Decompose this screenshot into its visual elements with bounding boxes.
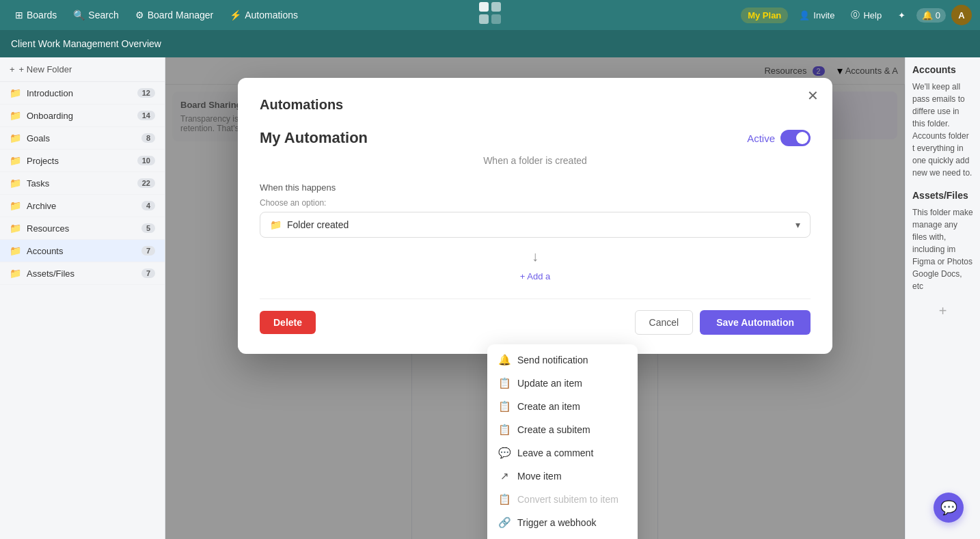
nav-automations[interactable]: ⚡ Automations (223, 6, 305, 24)
sidebar-item-label: Resources (27, 223, 141, 234)
sidebar-item-label: Introduction (27, 88, 137, 98)
boards-label: Boards (27, 10, 57, 20)
arrow-down-icon: ↓ (532, 249, 539, 264)
sidebar-item-badge: 22 (137, 178, 155, 188)
sidebar-item-tasks[interactable]: 📁 Tasks 22 (0, 172, 165, 195)
automations-icon: ⚡ (230, 10, 241, 20)
board-manager-label: Board Manager (148, 10, 214, 20)
menu-item-trigger-webhook[interactable]: 🔗 Trigger a webhook (487, 511, 638, 534)
bell-icon: 🔔 (498, 354, 511, 366)
nav-boards[interactable]: ⊞ Boards (8, 6, 64, 24)
nav-left: ⊞ Boards 🔍 Search ⚙ Board Manager ⚡ Auto… (8, 6, 305, 24)
invite-label: Invite (813, 10, 834, 20)
menu-item-create-item[interactable]: 📋 Create an item (487, 395, 638, 418)
sidebar-item-archive[interactable]: 📁 Archive 4 (0, 195, 165, 217)
nav-board-manager[interactable]: ⚙ Board Manager (128, 6, 221, 24)
sidebar-item-assets-files[interactable]: 📁 Assets/Files 7 (0, 262, 165, 285)
menu-item-create-folder[interactable]: 📁 Create a folder (487, 534, 638, 539)
comment-icon: 💬 (498, 447, 511, 459)
automation-header: My Automation Active (260, 129, 811, 147)
footer-right: Cancel Save Automation (635, 310, 811, 335)
automations-modal: ✕ Automations My Automation Active When … (238, 78, 832, 354)
modal-overlay: ✕ Automations My Automation Active When … (165, 57, 905, 539)
modal-footer: Delete Cancel Save Automation (260, 299, 811, 335)
sidebar-item-badge: 5 (141, 223, 155, 233)
sidebar-item-badge: 14 (137, 111, 155, 120)
settings-button[interactable]: ✦ (893, 8, 911, 23)
new-folder-button[interactable]: + + New Folder (0, 57, 165, 82)
trigger-dropdown-left: 📁 Folder created (270, 219, 349, 230)
add-right-btn[interactable]: + (912, 303, 973, 319)
sidebar-item-badge: 12 (137, 88, 155, 98)
menu-item-send-notification[interactable]: 🔔 Send notification (487, 348, 638, 372)
arrow-down-container: ↓ (260, 249, 811, 264)
help-button[interactable]: ⓪ Help (845, 6, 887, 24)
nav-search[interactable]: 🔍 Search (66, 6, 125, 24)
sidebar-item-goals[interactable]: 📁 Goals 8 (0, 127, 165, 150)
svg-rect-1 (491, 2, 501, 12)
modal-close-button[interactable]: ✕ (807, 89, 819, 102)
sidebar-item-label: Tasks (27, 178, 137, 189)
active-toggle: Active (747, 130, 811, 146)
my-plan-button[interactable]: My Plan (741, 8, 788, 23)
trigger-dropdown[interactable]: 📁 Folder created ▾ (260, 212, 811, 238)
convert-icon: 📋 (498, 493, 511, 506)
user-avatar[interactable]: A (951, 5, 972, 25)
sidebar-item-label: Goals (27, 133, 141, 143)
chat-bubble-button[interactable]: 💬 (934, 493, 964, 523)
dropdown-arrow-icon: ▾ (795, 219, 800, 230)
menu-item-label: Create a subitem (517, 424, 590, 435)
folder-icon: 📁 (10, 178, 21, 189)
menu-item-create-subitem[interactable]: 📋 Create a subitem (487, 418, 638, 441)
sidebar-item-badge: 4 (141, 201, 155, 210)
menu-item-convert-subitem: 📋 Convert subitem to item (487, 488, 638, 511)
folder-icon: 📁 (10, 245, 21, 256)
invite-button[interactable]: 👤 Invite (793, 8, 840, 23)
chat-icon: 💬 (940, 499, 957, 516)
delete-button[interactable]: Delete (260, 311, 316, 334)
menu-item-label: Trigger a webhook (517, 517, 596, 528)
folder-icon: 📁 (10, 87, 21, 98)
new-folder-icon: + (10, 64, 15, 74)
menu-item-update-item[interactable]: 📋 Update an item (487, 372, 638, 395)
board-manager-icon: ⚙ (135, 10, 144, 20)
right-accounts-title: Accounts (912, 64, 973, 75)
update-icon: 📋 (498, 377, 511, 389)
menu-item-label: Update an item (517, 378, 582, 389)
right-panel: Accounts We'll keep all pass emails to d… (905, 57, 980, 539)
help-icon: ⓪ (851, 9, 860, 21)
sidebar-item-badge: 7 (141, 246, 155, 255)
svg-rect-0 (479, 2, 489, 12)
menu-item-leave-comment[interactable]: 💬 Leave a comment (487, 441, 638, 465)
toggle-knob (796, 132, 808, 144)
sidebar-item-accounts[interactable]: 📁 Accounts 7 (0, 240, 165, 262)
sidebar-item-label: Archive (27, 201, 141, 211)
cancel-button[interactable]: Cancel (635, 310, 694, 335)
search-icon: 🔍 (73, 10, 85, 20)
toggle-switch[interactable] (780, 130, 811, 146)
menu-item-label: Convert subitem to item (517, 494, 618, 505)
sidebar-item-projects[interactable]: 📁 Projects 10 (0, 150, 165, 172)
add-action-button[interactable]: + Add a (520, 268, 550, 284)
folder-icon: 📁 (10, 110, 21, 121)
sidebar-item-label: Assets/Files (27, 268, 141, 279)
sidebar-item-resources[interactable]: 📁 Resources 5 (0, 217, 165, 240)
modal-title: Automations (260, 97, 811, 113)
menu-item-move-item[interactable]: ↗ Move item (487, 465, 638, 488)
sidebar-item-onboarding[interactable]: 📁 Onboarding 14 (0, 105, 165, 127)
move-icon: ↗ (498, 470, 511, 482)
menu-item-label: Leave a comment (517, 447, 593, 458)
sidebar-item-introduction[interactable]: 📁 Introduction 12 (0, 82, 165, 105)
choose-option-label: Choose an option: (260, 198, 811, 208)
folder-icon: 📁 (10, 200, 21, 211)
sidebar-item-label: Onboarding (27, 111, 137, 121)
notifications-button[interactable]: 🔔 0 (916, 8, 946, 23)
folder-icon: 📁 (10, 268, 21, 279)
save-automation-button[interactable]: Save Automation (700, 310, 811, 335)
new-folder-label: + New Folder (19, 64, 72, 74)
sidebar: + + New Folder 📁 Introduction 12 📁 Onboa… (0, 57, 165, 539)
notifications-count: 0 (936, 10, 940, 20)
automations-label: Automations (245, 10, 298, 20)
create-icon: 📋 (498, 400, 511, 413)
automation-name: My Automation (260, 129, 368, 147)
